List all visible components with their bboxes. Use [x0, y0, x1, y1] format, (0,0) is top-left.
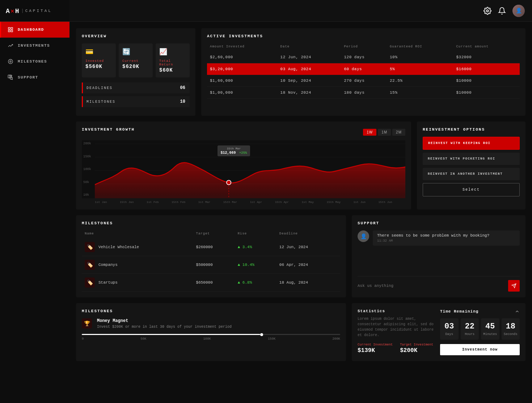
reinvest-another-btn[interactable]: REINVEST IN ANOTHER INVESTMENT	[423, 168, 520, 180]
seconds-value: 18	[503, 322, 519, 331]
sidebar-item-dashboard[interactable]: DASHBOARD	[0, 22, 69, 38]
reinvestment-panel: REINVESTMENT OPTIONS REINVEST WITH KEEPI…	[417, 122, 525, 209]
sidebar-item-support[interactable]: SUPPORT	[0, 69, 69, 85]
period-1m[interactable]: 1M	[378, 129, 391, 136]
svg-rect-1	[11, 27, 13, 29]
svg-rect-3	[11, 30, 13, 32]
sidebar-item-investments[interactable]: INVESTMENTS	[0, 38, 69, 54]
ms-col-deadline: Deadline	[276, 230, 340, 238]
y-axis-labels: 200k 150k 100k 50k 10k	[82, 140, 95, 198]
chat-input-row	[358, 276, 520, 292]
invest-now-button[interactable]: Investment now	[440, 344, 520, 355]
current-label: Current	[122, 59, 149, 63]
reinvest-select-btn[interactable]: Select	[423, 183, 520, 196]
dashboard-icon	[8, 27, 13, 33]
target-investment-stat: Target Investment $200K	[400, 343, 433, 354]
return-icon: 📈	[159, 48, 186, 56]
days-value: 03	[442, 322, 457, 331]
row1: OVERVIEW 💳 Invested $560K 🔄 Current $620…	[76, 28, 525, 116]
reinvest-pocket-roi-btn[interactable]: REINVEST WITH POCKETING ROI	[423, 153, 520, 165]
stats-body: Lorem ipsum dolor sit amet, consectetur …	[358, 316, 434, 338]
table-row: 🏷️Startups$650000▲ 6.8%18 Aug, 2024	[82, 274, 340, 292]
table-row: $1,00,00018 Nov, 2024180 days15%$10000	[207, 87, 520, 99]
progress-dot	[260, 333, 263, 336]
milestones-ov-count: 10	[180, 99, 185, 104]
deadlines-label: DEADLINES	[86, 86, 113, 90]
chat-input[interactable]	[358, 284, 505, 288]
send-button[interactable]	[508, 280, 520, 292]
time-header: Time Remaining	[440, 309, 520, 314]
content-area: OVERVIEW 💳 Invested $560K 🔄 Current $620…	[69, 22, 532, 403]
time-title: Time Remaining	[440, 309, 478, 314]
ms-row-icon: 🏷️	[85, 260, 95, 270]
active-investments-panel: ACTIVE INVESTMENTS Amount Invested Date …	[201, 28, 525, 116]
row2: INVESTMENT GROWTH 1W 1M 2M 200k 150k 100…	[76, 122, 525, 209]
bms-text: Money Magnet Invest $200K or more in las…	[97, 318, 232, 329]
support-label: SUPPORT	[18, 75, 38, 80]
period-1w[interactable]: 1W	[363, 129, 376, 136]
bms-content: 🏆 Money Magnet Invest $200K or more in l…	[82, 318, 340, 329]
progress-fill	[82, 334, 260, 335]
stats-title: Statistics	[358, 309, 434, 313]
milestones-table: Name Target Rise Deadline 🏷️Vehicle Whol…	[82, 230, 340, 292]
current-value: $620K	[122, 64, 149, 69]
chat-avatar: 👤	[358, 230, 369, 242]
time-section: Time Remaining 03 Days 22 Hours	[440, 309, 520, 355]
period-buttons: 1W 1M 2M	[363, 129, 405, 136]
col-date: Date	[278, 43, 341, 51]
hours-label: Hours	[462, 332, 478, 336]
overview-panel: OVERVIEW 💳 Invested $560K 🔄 Current $620…	[76, 28, 195, 116]
milestones-ov-label: MILESTONES	[86, 100, 115, 104]
time-box-seconds: 18 Seconds	[502, 318, 520, 340]
current-card: 🔄 Current $620K	[119, 43, 153, 77]
investments-icon	[8, 43, 13, 48]
ms-row-icon: 🏷️	[85, 242, 95, 252]
time-box-hours: 22 Hours	[461, 318, 479, 340]
sidebar-item-milestones[interactable]: MILESTONES	[0, 54, 69, 69]
chat-time: 11:32 AM	[377, 239, 515, 243]
col-amount: Amount Invested	[207, 43, 278, 51]
notification-icon[interactable]	[498, 7, 506, 15]
chart-title: INVESTMENT GROWTH	[82, 127, 135, 132]
logo-area: A✕H | CAPITAL	[0, 0, 69, 22]
stats-values: Current Investment $139K Target Investme…	[358, 343, 434, 354]
overview-title: OVERVIEW	[82, 34, 190, 38]
current-investment-value: $139K	[358, 347, 375, 354]
svg-rect-2	[8, 30, 10, 32]
col-current: Current amount	[453, 43, 520, 51]
svg-point-4	[8, 59, 13, 64]
bottom-milestone-panel: MILESTONES 🏆 Money Magnet Invest $200K o…	[76, 303, 346, 361]
seconds-label: Seconds	[503, 332, 519, 336]
settings-icon[interactable]	[484, 7, 491, 15]
active-investments-table: Amount Invested Date Period Guaranteed R…	[207, 43, 520, 99]
milestones-row: MILESTONES 10	[82, 96, 190, 107]
invested-card: 💳 Invested $560K	[82, 43, 116, 77]
deadlines-count: 06	[180, 85, 185, 90]
table-row: 🏷️Companys$500000▲ 10.4%06 Apr, 2024	[82, 256, 340, 274]
avatar[interactable]: 👤	[512, 5, 525, 17]
wallet-icon: 💳	[85, 48, 112, 56]
invested-label: Invested	[85, 59, 112, 63]
chat-message: 👤 There seems to be some problem with my…	[358, 230, 520, 246]
period-2m[interactable]: 2M	[392, 129, 405, 136]
table-row: $3,20,00003 Aug, 202460 days5%$16000	[207, 63, 520, 75]
return-card: 📈 Total Return $60K	[156, 43, 190, 77]
reinvest-keep-roi-btn[interactable]: REINVEST WITH KEEPING ROI	[423, 137, 520, 150]
hours-value: 22	[462, 322, 478, 331]
progress-container: 0 50K 100K 150K 200K	[82, 334, 340, 341]
sidebar-nav: DASHBOARD INVESTMENTS MILESTONES SUPPORT	[0, 22, 69, 85]
progress-labels: 0 50K 100K 150K 200K	[82, 337, 340, 341]
chat-bubble: There seems to be some problem with my b…	[373, 230, 520, 246]
table-row: 🏷️Vehicle Wholesale$260000▲ 3.4%12 Jun, …	[82, 238, 340, 256]
ms-row-icon: 🏷️	[85, 277, 95, 288]
milestones-title: MILESTONES	[82, 221, 340, 225]
reinvestment-title: REINVESTMENT OPTIONS	[423, 127, 520, 132]
table-row: $1,60,00010 Sep, 2024270 days22.5%$10000	[207, 75, 520, 87]
table-row: $2,60,00012 Jun, 2024120 days10%$32000	[207, 51, 520, 63]
chart-svg	[95, 140, 405, 198]
current-investment-label: Current Investment	[358, 343, 393, 347]
milestones-icon	[8, 59, 13, 64]
bottom-ms-title: MILESTONES	[82, 309, 340, 313]
svg-point-7	[486, 10, 489, 12]
main-area: 👤 OVERVIEW 💳 Invested $560K 🔄	[69, 0, 532, 403]
